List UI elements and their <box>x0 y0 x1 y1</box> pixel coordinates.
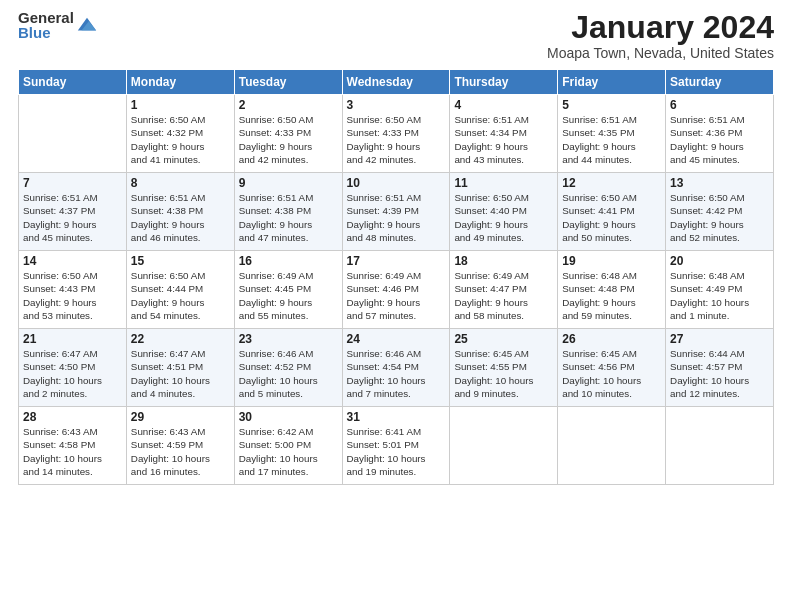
day-cell: 26Sunrise: 6:45 AMSunset: 4:56 PMDayligh… <box>558 329 666 407</box>
day-info: Sunrise: 6:49 AMSunset: 4:45 PMDaylight:… <box>239 269 338 322</box>
sunrise: Sunrise: 6:50 AM <box>23 270 98 281</box>
day-cell: 11Sunrise: 6:50 AMSunset: 4:40 PMDayligh… <box>450 173 558 251</box>
day-number: 8 <box>131 176 230 190</box>
day-info: Sunrise: 6:46 AMSunset: 4:52 PMDaylight:… <box>239 347 338 400</box>
day-info: Sunrise: 6:41 AMSunset: 5:01 PMDaylight:… <box>347 425 446 478</box>
daylight-2: and 14 minutes. <box>23 466 93 477</box>
day-number: 7 <box>23 176 122 190</box>
sunset: Sunset: 4:36 PM <box>670 127 742 138</box>
daylight-2: and 19 minutes. <box>347 466 417 477</box>
col-thursday: Thursday <box>450 70 558 95</box>
day-cell: 21Sunrise: 6:47 AMSunset: 4:50 PMDayligh… <box>19 329 127 407</box>
day-number: 12 <box>562 176 661 190</box>
sunrise: Sunrise: 6:46 AM <box>347 348 422 359</box>
day-info: Sunrise: 6:49 AMSunset: 4:47 PMDaylight:… <box>454 269 553 322</box>
sunrise: Sunrise: 6:43 AM <box>131 426 206 437</box>
sunset: Sunset: 4:44 PM <box>131 283 203 294</box>
daylight-2: and 17 minutes. <box>239 466 309 477</box>
daylight-2: and 41 minutes. <box>131 154 201 165</box>
day-cell: 20Sunrise: 6:48 AMSunset: 4:49 PMDayligh… <box>666 251 774 329</box>
daylight-2: and 53 minutes. <box>23 310 93 321</box>
day-cell <box>558 407 666 485</box>
daylight: Daylight: 10 hours <box>454 375 533 386</box>
day-info: Sunrise: 6:51 AMSunset: 4:38 PMDaylight:… <box>131 191 230 244</box>
day-cell: 27Sunrise: 6:44 AMSunset: 4:57 PMDayligh… <box>666 329 774 407</box>
day-cell <box>450 407 558 485</box>
day-cell: 23Sunrise: 6:46 AMSunset: 4:52 PMDayligh… <box>234 329 342 407</box>
daylight-2: and 16 minutes. <box>131 466 201 477</box>
col-wednesday: Wednesday <box>342 70 450 95</box>
sunset: Sunset: 4:51 PM <box>131 361 203 372</box>
sunrise: Sunrise: 6:50 AM <box>131 114 206 125</box>
day-cell: 9Sunrise: 6:51 AMSunset: 4:38 PMDaylight… <box>234 173 342 251</box>
day-number: 15 <box>131 254 230 268</box>
day-number: 19 <box>562 254 661 268</box>
col-tuesday: Tuesday <box>234 70 342 95</box>
day-cell: 2Sunrise: 6:50 AMSunset: 4:33 PMDaylight… <box>234 95 342 173</box>
col-monday: Monday <box>126 70 234 95</box>
day-number: 14 <box>23 254 122 268</box>
day-number: 28 <box>23 410 122 424</box>
sunset: Sunset: 4:49 PM <box>670 283 742 294</box>
col-sunday: Sunday <box>19 70 127 95</box>
page: General Blue January 2024 Moapa Town, Ne… <box>0 0 792 612</box>
daylight: Daylight: 10 hours <box>23 453 102 464</box>
day-number: 25 <box>454 332 553 346</box>
day-info: Sunrise: 6:44 AMSunset: 4:57 PMDaylight:… <box>670 347 769 400</box>
sunset: Sunset: 4:43 PM <box>23 283 95 294</box>
sunset: Sunset: 4:41 PM <box>562 205 634 216</box>
day-info: Sunrise: 6:50 AMSunset: 4:33 PMDaylight:… <box>239 113 338 166</box>
daylight: Daylight: 9 hours <box>239 141 313 152</box>
day-info: Sunrise: 6:50 AMSunset: 4:32 PMDaylight:… <box>131 113 230 166</box>
sunrise: Sunrise: 6:51 AM <box>562 114 637 125</box>
sunset: Sunset: 4:38 PM <box>239 205 311 216</box>
day-cell: 19Sunrise: 6:48 AMSunset: 4:48 PMDayligh… <box>558 251 666 329</box>
daylight-2: and 1 minute. <box>670 310 729 321</box>
day-number: 29 <box>131 410 230 424</box>
daylight: Daylight: 9 hours <box>670 219 744 230</box>
sunrise: Sunrise: 6:50 AM <box>131 270 206 281</box>
day-number: 6 <box>670 98 769 112</box>
daylight-2: and 57 minutes. <box>347 310 417 321</box>
daylight-2: and 9 minutes. <box>454 388 518 399</box>
day-info: Sunrise: 6:45 AMSunset: 4:55 PMDaylight:… <box>454 347 553 400</box>
day-info: Sunrise: 6:47 AMSunset: 4:51 PMDaylight:… <box>131 347 230 400</box>
day-number: 13 <box>670 176 769 190</box>
day-cell: 6Sunrise: 6:51 AMSunset: 4:36 PMDaylight… <box>666 95 774 173</box>
sunset: Sunset: 4:47 PM <box>454 283 526 294</box>
day-cell: 15Sunrise: 6:50 AMSunset: 4:44 PMDayligh… <box>126 251 234 329</box>
sunrise: Sunrise: 6:51 AM <box>239 192 314 203</box>
day-info: Sunrise: 6:50 AMSunset: 4:33 PMDaylight:… <box>347 113 446 166</box>
logo-text: General Blue <box>18 10 74 40</box>
day-info: Sunrise: 6:50 AMSunset: 4:41 PMDaylight:… <box>562 191 661 244</box>
sunrise: Sunrise: 6:42 AM <box>239 426 314 437</box>
daylight: Daylight: 9 hours <box>347 297 421 308</box>
day-cell: 12Sunrise: 6:50 AMSunset: 4:41 PMDayligh… <box>558 173 666 251</box>
daylight-2: and 4 minutes. <box>131 388 195 399</box>
sunset: Sunset: 4:46 PM <box>347 283 419 294</box>
sunrise: Sunrise: 6:47 AM <box>23 348 98 359</box>
logo-icon <box>76 14 98 36</box>
day-cell: 13Sunrise: 6:50 AMSunset: 4:42 PMDayligh… <box>666 173 774 251</box>
sunset: Sunset: 4:32 PM <box>131 127 203 138</box>
day-number: 3 <box>347 98 446 112</box>
daylight-2: and 52 minutes. <box>670 232 740 243</box>
sunrise: Sunrise: 6:49 AM <box>239 270 314 281</box>
daylight: Daylight: 10 hours <box>23 375 102 386</box>
day-info: Sunrise: 6:51 AMSunset: 4:37 PMDaylight:… <box>23 191 122 244</box>
sunrise: Sunrise: 6:49 AM <box>347 270 422 281</box>
logo: General Blue <box>18 10 98 40</box>
sunset: Sunset: 4:40 PM <box>454 205 526 216</box>
sunrise: Sunrise: 6:46 AM <box>239 348 314 359</box>
daylight-2: and 10 minutes. <box>562 388 632 399</box>
logo-blue: Blue <box>18 25 74 40</box>
day-cell: 8Sunrise: 6:51 AMSunset: 4:38 PMDaylight… <box>126 173 234 251</box>
daylight: Daylight: 9 hours <box>454 219 528 230</box>
sunset: Sunset: 4:33 PM <box>239 127 311 138</box>
daylight: Daylight: 10 hours <box>131 375 210 386</box>
daylight: Daylight: 9 hours <box>131 297 205 308</box>
daylight-2: and 2 minutes. <box>23 388 87 399</box>
sunset: Sunset: 4:50 PM <box>23 361 95 372</box>
daylight: Daylight: 10 hours <box>131 453 210 464</box>
day-number: 11 <box>454 176 553 190</box>
